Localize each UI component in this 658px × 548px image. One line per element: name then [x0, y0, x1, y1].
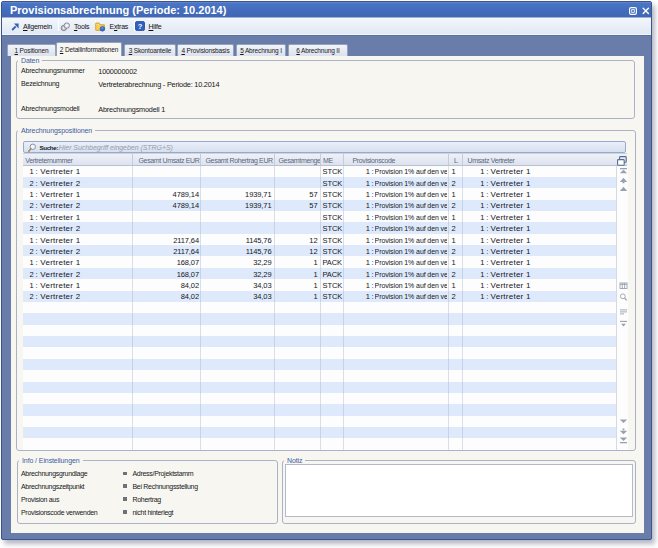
svg-text:?: ? [138, 22, 143, 31]
